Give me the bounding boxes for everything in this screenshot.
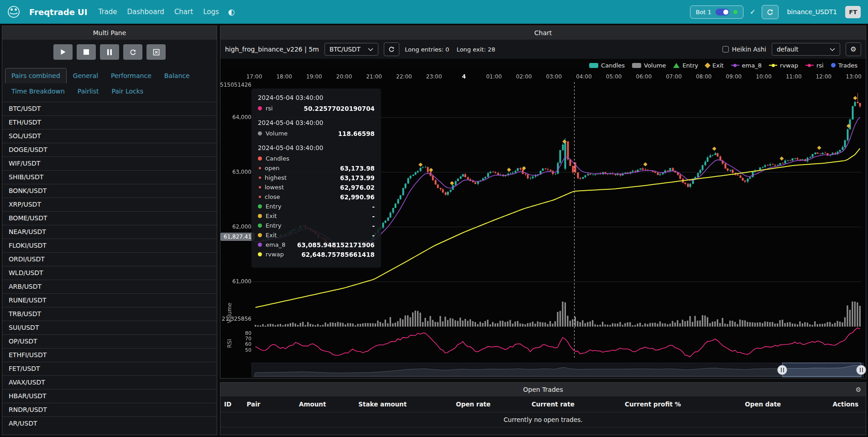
tab-general[interactable]: General	[67, 68, 105, 83]
pair-item-doge-usdt[interactable]: DOGE/USDT	[2, 143, 217, 156]
pair-select-value: BTC/USDT	[329, 46, 361, 53]
chevron-down-icon	[830, 48, 835, 51]
datazoom-right-handle[interactable]	[856, 365, 866, 375]
bot-selector[interactable]: Bot 1	[690, 5, 743, 19]
pair-item-wif-usdt[interactable]: WIF/USDT	[2, 156, 217, 170]
entry-legend-marker-icon	[673, 63, 680, 68]
column-open-rate: Open rate	[414, 396, 498, 412]
pair-item-ordi-usdt[interactable]: ORDI/USDT	[2, 252, 217, 266]
tab-pairs-combined[interactable]: Pairs combined	[5, 68, 67, 83]
legend-item-candles[interactable]: Candles	[589, 62, 625, 69]
reload-icon	[130, 49, 136, 56]
open-trades-panel: Open Trades ⚙ IDPairAmountStake amountOp…	[220, 382, 866, 435]
bot-controls	[2, 40, 217, 64]
play-button[interactable]	[53, 44, 73, 60]
stop-icon	[84, 49, 89, 55]
legend-item-rsi[interactable]: rsi	[805, 62, 824, 69]
plot-config-select[interactable]: default	[772, 43, 840, 56]
legend-item-entry[interactable]: Entry	[673, 62, 698, 69]
chart-panel-title: Chart	[220, 26, 866, 40]
axis-price-tag: 61,827.41	[220, 233, 255, 241]
refresh-icon	[388, 46, 395, 52]
pair-item-ar-usdt[interactable]: AR/USDT	[2, 416, 217, 430]
pair-item-sol-usdt[interactable]: SOL/USDT	[2, 129, 217, 143]
theme-toggle-icon[interactable]: ◐	[228, 7, 235, 16]
candles-legend-marker-icon	[589, 63, 598, 68]
pair-item-floki-usdt[interactable]: FLOKI/USDT	[2, 239, 217, 252]
pair-item-bome-usdt[interactable]: BOME/USDT	[2, 211, 217, 225]
pair-item-trb-usdt[interactable]: TRB/USDT	[2, 307, 217, 321]
nav-item-chart[interactable]: Chart	[174, 8, 193, 16]
multi-pane-tabs: Pairs combinedGeneralPerformanceBalanceT…	[2, 64, 217, 99]
tab-balance[interactable]: Balance	[158, 68, 196, 83]
pair-item-hbar-usdt[interactable]: HBAR/USDT	[2, 389, 217, 403]
pair-item-rndr-usdt[interactable]: RNDR/USDT	[2, 403, 217, 416]
pair-item-wld-usdt[interactable]: WLD/USDT	[2, 266, 217, 280]
pause-button[interactable]	[100, 44, 119, 60]
pair-item-shib-usdt[interactable]: SHIB/USDT	[2, 170, 217, 184]
reload-bot-button[interactable]	[762, 5, 779, 19]
strategy-label: high_frog_binance_v226 | 5m	[225, 46, 319, 53]
pair-item-rune-usdt[interactable]: RUNE/USDT	[2, 293, 217, 307]
close-window-button[interactable]	[146, 44, 166, 60]
check-icon: ✓	[750, 8, 756, 16]
pair-item-xrp-usdt[interactable]: XRP/USDT	[2, 198, 217, 211]
bot-toggle[interactable]	[716, 9, 729, 16]
user-avatar[interactable]: FT	[845, 6, 861, 18]
bot-name: Bot 1	[696, 9, 711, 16]
long-exits-label: Long exit: 28	[456, 46, 495, 53]
pair-item-ethfi-usdt[interactable]: ETHFI/USDT	[2, 348, 217, 362]
legend-label: Entry	[682, 62, 698, 69]
pair-item-eth-usdt[interactable]: ETH/USDT	[2, 115, 217, 129]
multi-pane-title: Multi Pane	[2, 26, 217, 40]
freqtrade-logo[interactable]	[7, 5, 20, 18]
column-current-profit: Current profit %	[582, 396, 688, 412]
legend-label: rsi	[816, 62, 824, 69]
stop-button[interactable]	[77, 44, 96, 60]
legend-item-ema-8[interactable]: ema_8	[731, 62, 762, 69]
nav-item-trade[interactable]: Trade	[98, 8, 117, 16]
pair-item-near-usdt[interactable]: NEAR/USDT	[2, 225, 217, 239]
candlestick-chart-canvas[interactable]	[220, 70, 866, 378]
column-open-date: Open date	[688, 396, 788, 412]
legend-item-trades[interactable]: Trades	[831, 62, 858, 69]
tab-performance[interactable]: Performance	[105, 68, 158, 83]
pair-item-arb-usdt[interactable]: ARB/USDT	[2, 280, 217, 293]
tab-pairlist[interactable]: Pairlist	[71, 83, 105, 99]
legend-item-rvwap[interactable]: rvwap	[769, 62, 798, 69]
pair-item-btc-usdt[interactable]: BTC/USDT	[2, 102, 217, 115]
plot-settings-button[interactable]: ⚙	[846, 42, 861, 56]
legend-item-exit[interactable]: Exit	[706, 62, 724, 69]
pair-item-avax-usdt[interactable]: AVAX/USDT	[2, 375, 217, 389]
play-icon	[60, 49, 66, 55]
tab-pair-locks[interactable]: Pair Locks	[105, 83, 150, 99]
pause-icon	[107, 49, 112, 55]
close-window-icon	[153, 49, 160, 56]
open-trades-table: IDPairAmountStake amountOpen rateCurrent…	[220, 396, 866, 427]
nav-item-dashboard[interactable]: Dashboard	[127, 8, 164, 16]
legend-label: rvwap	[780, 62, 798, 69]
pair-item-sui-usdt[interactable]: SUI/USDT	[2, 321, 217, 334]
open-trades-title: Open Trades ⚙	[220, 383, 866, 396]
column-amount: Amount	[282, 396, 333, 412]
chart-column: Chart high_frog_binance_v226 | 5m BTC/US…	[220, 26, 866, 435]
pair-select[interactable]: BTC/USDT	[324, 43, 378, 56]
rvwap-legend-marker-icon	[769, 65, 777, 66]
reload-button[interactable]	[123, 44, 142, 60]
pair-item-fet-usdt[interactable]: FET/USDT	[2, 362, 217, 375]
pair-item-bonk-usdt[interactable]: BONK/USDT	[2, 184, 217, 198]
open-trades-header-row: IDPairAmountStake amountOpen rateCurrent…	[220, 396, 866, 412]
legend-label: Trades	[838, 62, 858, 69]
heikin-ashi-control[interactable]: Heikin Ashi	[722, 46, 766, 53]
legend-item-volume[interactable]: Volume	[632, 62, 666, 69]
datazoom-left-handle[interactable]	[777, 365, 787, 375]
top-navbar: Freqtrade UI TradeDashboardChartLogs ◐ B…	[0, 0, 868, 24]
nav-item-logs[interactable]: Logs	[203, 8, 219, 16]
heikin-ashi-checkbox[interactable]	[722, 46, 729, 52]
main-layout: Multi Pane Pairs combinedGeneralPerforma…	[0, 24, 868, 437]
pair-item-op-usdt[interactable]: OP/USDT	[2, 334, 217, 348]
tab-time-breakdown[interactable]: Time Breakdown	[5, 83, 71, 99]
table-settings-gear-icon[interactable]: ⚙	[855, 386, 861, 393]
column-pair: Pair	[243, 396, 282, 412]
refresh-chart-button[interactable]	[384, 42, 399, 56]
